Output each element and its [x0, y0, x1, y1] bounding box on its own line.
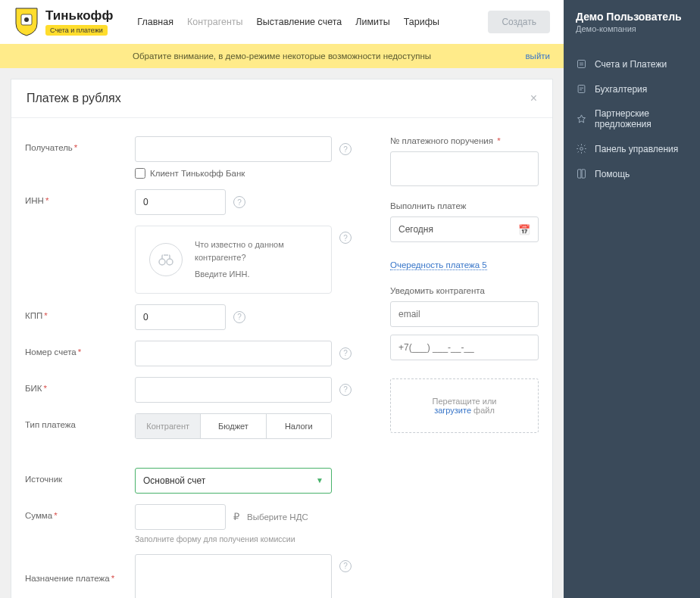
seg-taxes[interactable]: Налоги [267, 414, 331, 438]
sidebar-item-control[interactable]: Панель управления [564, 136, 700, 161]
binoculars-icon [149, 243, 183, 276]
help-icon[interactable]: ? [339, 143, 352, 155]
nav-main[interactable]: Главная [137, 17, 173, 27]
accounts-icon [576, 58, 587, 70]
book-icon [576, 168, 587, 179]
amount-input[interactable] [135, 504, 226, 530]
purpose-label: Назначение платежа* [25, 554, 135, 583]
logo[interactable]: Тинькофф Счета и платежи [14, 7, 113, 37]
seg-contragent[interactable]: Контрагент [136, 414, 201, 438]
nav-contractors[interactable]: Контрагенты [187, 17, 243, 27]
payment-type-segmented: Контрагент Бюджет Налоги [135, 413, 332, 439]
amount-label: Сумма* [25, 504, 135, 520]
logo-shield-icon [14, 7, 39, 37]
help-icon[interactable]: ? [233, 196, 245, 208]
svg-point-1 [24, 17, 29, 22]
nav-tariffs[interactable]: Тарифы [404, 17, 439, 27]
sidebar-item-partners[interactable]: Партнерские предложения [564, 101, 700, 136]
contragent-info-panel: Что известно о данном контрагенте? Введи… [135, 226, 332, 294]
help-icon[interactable]: ? [339, 560, 352, 572]
bik-input[interactable] [135, 377, 332, 403]
svg-point-3 [167, 259, 173, 265]
sidebar-user-name: Демо Пользователь [576, 11, 688, 23]
execute-label: Выполнить платеж [390, 201, 539, 210]
help-icon[interactable]: ? [339, 232, 352, 244]
create-button[interactable]: Создать [488, 11, 550, 33]
payment-number-input[interactable] [390, 151, 539, 186]
help-icon[interactable]: ? [233, 311, 245, 323]
sidebar-item-accounting[interactable]: Бухгалтерия [564, 76, 700, 101]
calendar-icon: 📅 [518, 224, 530, 235]
nav-invoicing[interactable]: Выставление счета [257, 17, 342, 27]
sidebar-user-company: Демо-компания [576, 24, 688, 33]
help-icon[interactable]: ? [339, 347, 352, 360]
commission-hint: Заполните форму для получения комиссии [135, 534, 373, 543]
right-sidebar: Демо Пользователь Демо-компания Счета и … [564, 0, 700, 598]
close-icon[interactable]: × [530, 92, 537, 105]
source-select[interactable]: Основной счет ▼ [135, 468, 332, 494]
notify-email-input[interactable] [390, 301, 539, 327]
payment-number-label: № платежного поручения * [390, 136, 539, 145]
account-label: Номер счета* [25, 341, 135, 357]
demo-banner-text: Обратите внимание, в демо-режиме некотор… [133, 51, 431, 61]
kpp-label: КПП* [25, 304, 135, 320]
svg-point-2 [159, 259, 165, 265]
payment-type-label: Тип платежа [25, 413, 135, 429]
logo-badge: Счета и платежи [45, 25, 108, 36]
card-title: Платеж в рублях [27, 92, 121, 105]
logo-title: Тинькофф [45, 8, 113, 23]
chevron-down-icon: ▼ [316, 476, 323, 484]
svg-rect-4 [578, 61, 586, 68]
main-nav: Главная Контрагенты Выставление счета Ли… [137, 17, 439, 27]
star-icon [576, 114, 587, 125]
account-input[interactable] [135, 341, 332, 366]
help-icon[interactable]: ? [339, 384, 352, 396]
ruble-icon: ₽ [233, 511, 239, 522]
sidebar-item-accounts[interactable]: Счета и Платежи [564, 51, 700, 76]
file-drop-zone[interactable]: Перетащите или загрузите файл [390, 378, 539, 433]
notify-label: Уведомить контрагента [390, 286, 539, 295]
topbar: Тинькофф Счета и платежи Главная Контраг… [0, 0, 564, 44]
payment-card: Платеж в рублях × Получатель* ? [11, 79, 553, 598]
demo-exit-link[interactable]: выйти [526, 51, 551, 61]
nav-limits[interactable]: Лимиты [355, 17, 389, 27]
recipient-label: Получатель* [25, 136, 135, 152]
svg-point-6 [580, 148, 583, 151]
inn-input[interactable] [135, 189, 226, 215]
vat-select-link[interactable]: Выберите НДС [247, 512, 308, 522]
kpp-input[interactable] [135, 304, 226, 330]
execute-date-input[interactable]: Сегодня 📅 [390, 216, 539, 242]
tinkoff-client-checkbox[interactable]: Клиент Тинькофф Банк [135, 168, 373, 179]
gear-icon [576, 143, 587, 154]
inn-label: ИНН* [25, 189, 135, 205]
seg-budget[interactable]: Бюджет [201, 414, 266, 438]
recipient-input[interactable] [135, 136, 332, 162]
source-label: Источник [25, 468, 135, 484]
bik-label: БИК* [25, 377, 135, 393]
demo-banner: Обратите внимание, в демо-режиме некотор… [0, 44, 564, 68]
purpose-textarea[interactable] [135, 554, 332, 599]
sidebar-item-help[interactable]: Помощь [564, 161, 700, 186]
svg-rect-5 [578, 86, 585, 93]
payment-priority-link[interactable]: Очередность платежа 5 [390, 260, 487, 270]
accounting-icon [576, 83, 587, 95]
notify-phone-input[interactable] [390, 335, 539, 360]
